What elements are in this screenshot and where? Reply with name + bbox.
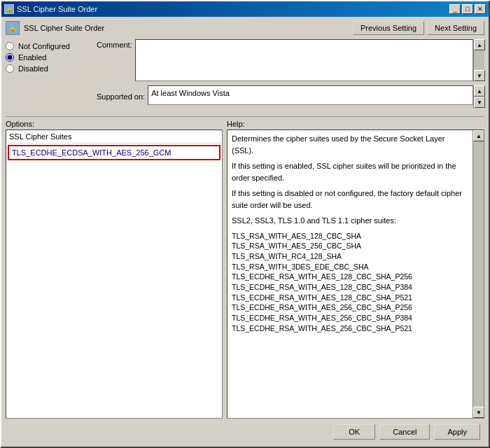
help-cipher-list-item: TLS_RSA_WITH_RC4_128_SHA [232, 251, 468, 262]
apply-button[interactable]: Apply [434, 424, 480, 440]
title-bar-buttons: _ □ ✕ [449, 4, 486, 14]
options-label: Options: [6, 120, 34, 128]
help-cipher-list-item: TLS_ECDHE_RSA_WITH_AES_128_CBC_SHA_P521 [232, 293, 468, 303]
supported-label: Supported on: [97, 92, 145, 101]
prev-setting-button[interactable]: Previous Setting [353, 21, 424, 35]
header-title: SSL Cipher Suite Order [24, 24, 104, 32]
radio-options: Not Configured Enabled Disabled [6, 39, 97, 108]
comment-scroll-down[interactable]: ▼ [474, 70, 485, 81]
comment-scroll-track [474, 50, 484, 70]
help-para-2: If this setting is enabled, SSL cipher s… [232, 160, 468, 183]
supported-row: Supported on: At least Windows Vista ▲ ▼ [97, 85, 484, 108]
supported-scroll-down[interactable]: ▼ [474, 97, 485, 108]
help-cipher-list-item: TLS_ECDHE_RSA_WITH_AES_256_CBC_SHA_P256 [232, 302, 468, 313]
radio-enabled-input[interactable] [6, 53, 14, 62]
radio-disabled[interactable]: Disabled [6, 64, 97, 73]
help-cipher-list-item: TLS_RSA_WITH_AES_128_CBC_SHA [232, 231, 468, 241]
header-section: 🔒 SSL Cipher Suite Order Previous Settin… [6, 21, 484, 35]
radio-enabled[interactable]: Enabled [6, 53, 97, 62]
supported-scroll-up[interactable]: ▲ [474, 85, 485, 97]
help-label-wrap: Help: [227, 120, 484, 128]
help-box: Determines the cipher suites used by the… [227, 130, 484, 419]
window-icon: 🔒 [4, 4, 14, 14]
comment-scrollbar[interactable]: ▲ ▼ [473, 39, 484, 81]
help-para-3: If this setting is disabled or not confi… [232, 188, 468, 211]
help-scrollbar[interactable]: ▲ ▼ [472, 130, 484, 418]
divider [6, 116, 484, 117]
header-nav-buttons: Previous Setting Next Setting [353, 21, 484, 35]
section-labels: Options: Help: [6, 120, 484, 128]
help-para-4: SSL2, SSL3, TLS 1.0 and TLS 1.1 cipher s… [232, 215, 468, 227]
help-cipher-list: TLS_RSA_WITH_AES_128_CBC_SHATLS_RSA_WITH… [232, 231, 468, 334]
cipher-suites-header: SSL Cipher Suites [6, 130, 222, 144]
top-fields: Not Configured Enabled Disabled Comm [6, 39, 484, 108]
next-setting-button[interactable]: Next Setting [427, 21, 484, 35]
header-icon: 🔒 [6, 21, 20, 35]
bottom-buttons: OK Cancel Apply [6, 419, 484, 442]
window-title: SSL Cipher Suite Order [17, 5, 97, 13]
maximize-button[interactable]: □ [462, 4, 473, 14]
help-text-content: Determines the cipher suites used by the… [227, 130, 472, 418]
help-scroll-down[interactable]: ▼ [473, 407, 484, 418]
radio-section: Not Configured Enabled Disabled [6, 39, 97, 76]
ok-button[interactable]: OK [333, 424, 375, 440]
supported-value: At least Windows Vista [151, 89, 230, 97]
title-bar: 🔒 SSL Cipher Suite Order _ □ ✕ [1, 1, 489, 17]
comment-row: Comment: ▲ ▼ [97, 39, 484, 81]
help-cipher-list-item: TLS_ECDHE_RSA_WITH_AES_128_CBC_SHA_P384 [232, 282, 468, 293]
radio-not-configured-input[interactable] [6, 42, 14, 50]
title-bar-left: 🔒 SSL Cipher Suite Order [4, 4, 97, 14]
minimize-button[interactable]: _ [449, 4, 461, 14]
radio-disabled-label: Disabled [18, 64, 48, 73]
help-scroll-up[interactable]: ▲ [473, 130, 484, 141]
help-para-1: Determines the cipher suites used by the… [232, 133, 468, 156]
help-cipher-list-item: TLS_RSA_WITH_AES_256_CBC_SHA [232, 241, 468, 251]
help-cipher-list-item: TLS_ECDHE_RSA_WITH_AES_256_CBC_SHA_P521 [232, 323, 468, 334]
header-title-row: 🔒 SSL Cipher Suite Order [6, 21, 104, 35]
supported-scrollbar[interactable]: ▲ ▼ [473, 85, 484, 108]
comment-label: Comment: [97, 39, 132, 81]
radio-not-configured[interactable]: Not Configured [6, 42, 97, 50]
supported-box: At least Windows Vista [148, 85, 473, 105]
options-label-wrap: Options: [6, 120, 223, 128]
radio-enabled-label: Enabled [18, 53, 46, 62]
cancel-button[interactable]: Cancel [379, 424, 430, 440]
help-label: Help: [227, 120, 245, 128]
help-scroll-track [473, 141, 484, 407]
radio-disabled-input[interactable] [6, 64, 14, 73]
cipher-item[interactable]: TLS_ECDHE_ECDSA_WITH_AES_256_GCM [8, 145, 220, 160]
help-cipher-list-item: TLS_RSA_WITH_3DES_EDE_CBC_SHA [232, 262, 468, 272]
help-cipher-list-item: TLS_ECDHE_RSA_WITH_AES_128_CBC_SHA_P256 [232, 272, 468, 282]
radio-not-configured-label: Not Configured [18, 42, 70, 50]
right-fields: Comment: ▲ ▼ Supported on: [97, 39, 484, 108]
comment-scroll-up[interactable]: ▲ [474, 39, 485, 50]
main-window: 🔒 SSL Cipher Suite Order _ □ ✕ 🔒 SSL Cip… [0, 0, 490, 448]
options-section: SSL Cipher Suites TLS_ECDHE_ECDSA_WITH_A… [6, 130, 223, 419]
comment-textarea[interactable] [135, 39, 473, 81]
close-button[interactable]: ✕ [475, 4, 486, 14]
help-cipher-list-item: TLS_ECDHE_RSA_WITH_AES_256_CBC_SHA_P384 [232, 313, 468, 323]
help-section: Determines the cipher suites used by the… [227, 130, 484, 419]
supported-value-wrap: At least Windows Vista ▲ ▼ [148, 85, 484, 108]
options-help-row: SSL Cipher Suites TLS_ECDHE_ECDSA_WITH_A… [6, 130, 484, 419]
content-area: 🔒 SSL Cipher Suite Order Previous Settin… [1, 17, 489, 447]
options-box: SSL Cipher Suites TLS_ECDHE_ECDSA_WITH_A… [6, 130, 223, 419]
options-box-inner: SSL Cipher Suites TLS_ECDHE_ECDSA_WITH_A… [6, 130, 222, 418]
comment-textarea-wrap: ▲ ▼ [135, 39, 484, 81]
